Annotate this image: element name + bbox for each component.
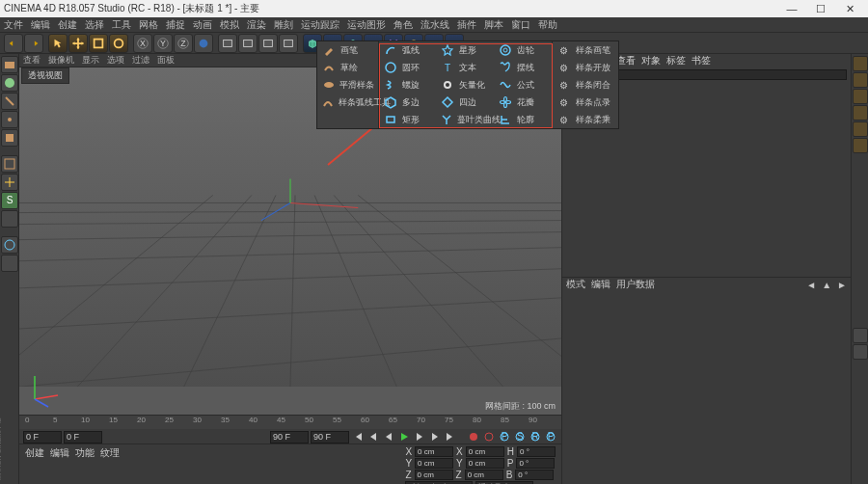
arc-spline[interactable]: 弧线 <box>379 41 436 59</box>
rot-p-field[interactable]: 0 ° <box>516 458 555 469</box>
object-search-input[interactable] <box>580 69 847 80</box>
autokey-button[interactable] <box>482 430 496 444</box>
attr-close[interactable]: ⚙样条闭合 <box>553 76 618 94</box>
key-scale-button[interactable]: S <box>513 430 527 444</box>
record-button[interactable] <box>467 430 480 444</box>
menu-file[interactable]: 文件 <box>4 18 23 32</box>
bb-tab-func[interactable]: 功能 <box>75 446 95 460</box>
next-frame-button[interactable] <box>413 430 426 444</box>
next-key-button[interactable] <box>428 430 442 444</box>
point-mode-icon[interactable] <box>1 111 18 128</box>
sketch-tool[interactable]: 草绘 <box>317 59 378 76</box>
circle-spline[interactable]: 圆环 <box>379 59 436 76</box>
menu-plugins[interactable]: 插件 <box>457 18 476 32</box>
select-tool[interactable] <box>48 34 68 53</box>
move-tool[interactable] <box>68 34 88 53</box>
rp-tab-object[interactable]: 对象 <box>641 54 661 67</box>
soft-select-icon[interactable] <box>1 236 18 254</box>
menu-tools[interactable]: 工具 <box>112 18 131 32</box>
layout-1-icon[interactable] <box>853 56 868 71</box>
menu-script[interactable]: 脚本 <box>484 18 503 32</box>
layout-5-icon[interactable] <box>853 121 868 137</box>
rotate-tool[interactable] <box>109 34 128 53</box>
size-z-field[interactable]: 0 cm <box>465 470 503 480</box>
end-frame-field[interactable]: 90 F <box>270 431 309 444</box>
helix-spline[interactable]: 螺旋 <box>379 76 436 94</box>
minimize-button[interactable]: — <box>777 1 806 16</box>
attr-open[interactable]: ⚙样条开放 <box>553 59 618 76</box>
menu-mograph[interactable]: 运动图形 <box>347 18 386 32</box>
menu-animate[interactable]: 动画 <box>193 18 212 32</box>
xray-icon[interactable] <box>1 155 18 173</box>
axis-icon[interactable] <box>1 174 18 191</box>
vectorize-spline[interactable]: 矢量化 <box>436 76 494 94</box>
picture-viewer-button[interactable] <box>279 34 298 53</box>
content-browser-icon[interactable] <box>853 328 868 343</box>
layout-4-icon[interactable] <box>853 105 868 121</box>
current-frame-field[interactable]: 0 F <box>64 431 102 444</box>
attr-record[interactable]: ⚙样条点录 <box>553 94 618 111</box>
rp-tab-view[interactable]: 查看 <box>616 54 636 67</box>
menu-character[interactable]: 角色 <box>393 18 413 32</box>
to-start-button[interactable] <box>351 430 365 444</box>
cissoid-spline[interactable]: 蔓叶类曲线 <box>436 111 494 128</box>
start-frame-field[interactable]: 0 F <box>23 431 62 444</box>
maximize-button[interactable]: ☐ <box>806 1 835 16</box>
render-settings-button[interactable] <box>258 34 278 53</box>
layout-3-icon[interactable] <box>853 89 868 104</box>
poly-mode-icon[interactable] <box>1 129 18 147</box>
bb-tab-edit[interactable]: 编辑 <box>50 446 69 460</box>
edge-mode-icon[interactable] <box>1 93 18 110</box>
prev-frame-button[interactable] <box>382 430 395 444</box>
attr-nav-fwd-icon[interactable]: ► <box>837 280 847 290</box>
4side-spline[interactable]: 四边 <box>436 94 494 111</box>
rp-tab-bookmarks[interactable]: 书签 <box>692 54 711 67</box>
vp-menu-view[interactable]: 查看 <box>23 54 41 67</box>
cycloid-spline[interactable]: 摆线 <box>494 59 551 76</box>
menu-mesh[interactable]: 网格 <box>139 18 158 32</box>
pos-x-field[interactable]: 0 cm <box>415 446 453 457</box>
coord-system-button[interactable] <box>194 34 213 53</box>
attr-soft[interactable]: ⚙样条柔乘 <box>553 111 618 128</box>
range-end-field[interactable]: 90 F <box>311 431 349 444</box>
snap-icon[interactable]: S <box>1 192 18 209</box>
axis-y-button[interactable]: Y <box>153 34 173 53</box>
redo-button[interactable] <box>24 34 43 53</box>
vp-menu-options[interactable]: 选项 <box>107 54 124 67</box>
scale-tool[interactable] <box>89 34 108 53</box>
menu-pipeline[interactable]: 流水线 <box>420 18 449 32</box>
bb-tab-tex[interactable]: 纹理 <box>100 446 120 460</box>
menu-select[interactable]: 选择 <box>85 18 104 32</box>
menu-track[interactable]: 运动跟踪 <box>301 18 339 32</box>
size-x-field[interactable]: 0 cm <box>466 446 504 457</box>
workplane-icon[interactable] <box>1 210 18 228</box>
rp-tab-tags[interactable]: 标签 <box>666 54 686 67</box>
pen-tool[interactable]: 画笔 <box>317 41 378 59</box>
formula-spline[interactable]: 公式 <box>494 76 551 94</box>
rot-h-field[interactable]: 0 ° <box>517 446 556 457</box>
size-y-field[interactable]: 0 cm <box>466 458 504 469</box>
texture-mode-icon[interactable] <box>1 74 18 92</box>
pos-z-field[interactable]: 0 cm <box>415 470 453 480</box>
vp-menu-camera[interactable]: 摄像机 <box>48 54 74 67</box>
vp-menu-panel[interactable]: 面板 <box>157 54 175 67</box>
menu-snap[interactable]: 捕捉 <box>166 18 185 32</box>
prev-key-button[interactable] <box>366 430 380 444</box>
menu-create[interactable]: 创建 <box>58 18 77 32</box>
play-button[interactable] <box>397 430 411 444</box>
render-view-button[interactable] <box>218 34 237 53</box>
layer-icon[interactable] <box>853 344 868 360</box>
spline-arc-tool[interactable]: 样条弧线工具 <box>317 94 378 111</box>
layout-2-icon[interactable] <box>853 72 868 88</box>
rot-b-field[interactable]: 0 ° <box>515 470 554 480</box>
layout-6-icon[interactable] <box>853 138 868 153</box>
key-pos-button[interactable]: P <box>498 430 511 444</box>
smooth-spline-tool[interactable]: 平滑样条 <box>317 76 378 94</box>
undo-button[interactable] <box>4 34 23 53</box>
axis-x-button[interactable]: X <box>133 34 152 53</box>
attr-pen[interactable]: ⚙样条画笔 <box>553 41 618 59</box>
timeline-ruler[interactable]: 051015202530354045505560657075808590 <box>19 416 561 429</box>
to-end-button[interactable] <box>444 430 457 444</box>
attr-nav-up-icon[interactable]: ▲ <box>822 280 831 290</box>
text-spline[interactable]: T文本 <box>436 59 494 76</box>
